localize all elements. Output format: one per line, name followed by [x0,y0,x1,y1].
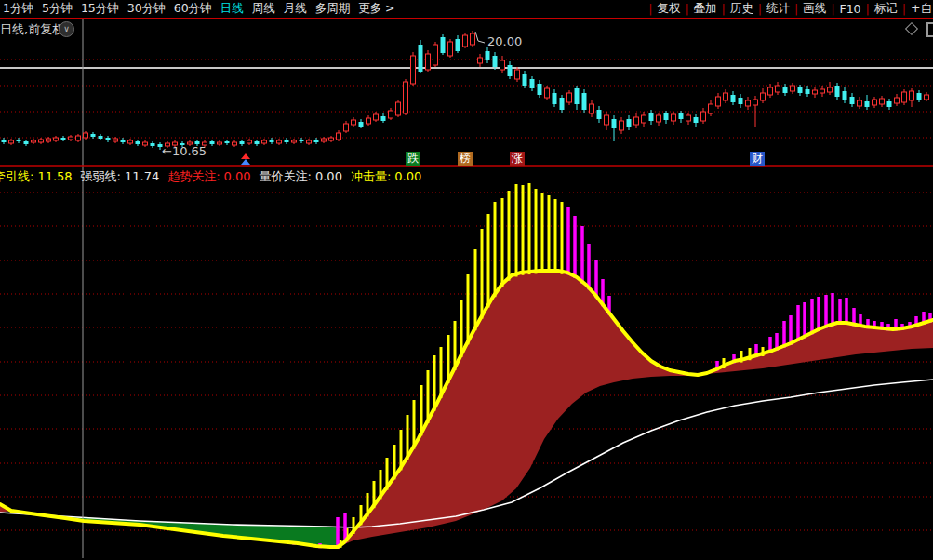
menu-separator: | [722,2,726,16]
top-menu-bar: 1分钟5分钟15分钟30分钟60分钟日线周线月线多周期更多 > |复权|叠加|历… [0,0,933,19]
price-annotation-1: ←10.65 [162,144,207,158]
menu-item-period-1[interactable]: 5分钟 [42,1,73,17]
indicator-value-4: 0.00 [394,169,421,183]
menu-item-tool-0[interactable]: 复权 [657,1,680,17]
menu-item-tool-3[interactable]: 统计 [766,1,790,17]
chart-canvas [0,0,933,560]
menu-separator: | [902,2,906,16]
menu-item-period-4[interactable]: 60分钟 [174,1,212,17]
menu-item-tool-6[interactable]: 标记 [874,1,898,17]
menu-item-tool-5[interactable]: F10 [839,2,860,16]
menu-item-tool-2[interactable]: 历史 [730,1,753,17]
menu-separator: | [794,2,798,16]
badge-0[interactable]: 跌 [406,152,420,166]
menu-separator: | [866,2,870,16]
menu-item-period-8[interactable]: 多周期 [315,1,351,17]
indicator-value-0: 11.58 [37,169,72,183]
indicator-value-3: 0.00 [315,169,342,183]
badge-2[interactable]: 涨 [510,152,525,166]
period-menu: 1分钟5分钟15分钟30分钟60分钟日线周线月线多周期更多 > [0,1,395,17]
menu-item-tool-4[interactable]: 画线 [803,1,826,17]
menu-item-period-5[interactable]: 日线 [220,1,244,17]
tools-menu: |复权|叠加|历史|统计|画线|F10|标记|+自 [644,1,933,17]
menu-item-period-3[interactable]: 30分钟 [127,1,166,17]
square-icon[interactable] [926,22,933,37]
menu-separator: | [758,2,762,16]
chevron-down-icon[interactable]: ∨ [59,21,74,37]
menu-separator: | [648,2,652,16]
badge-1[interactable]: 榜 [458,152,473,166]
indicator-label-0: 牵引线: [0,169,33,183]
menu-item-tool-1[interactable]: 叠加 [694,1,717,17]
menu-item-period-6[interactable]: 周线 [252,1,275,17]
price-annotation-0: 20.00 [487,34,522,48]
menu-separator: | [831,2,834,16]
indicator-label-1: 强弱线: [81,169,121,183]
menu-item-tool-7[interactable]: +自 [911,1,932,17]
menu-item-period-9[interactable]: 更多 > [358,1,394,17]
menu-item-period-7[interactable]: 月线 [284,1,307,17]
indicator-value-row: 牵引线:11.58强弱线:11.74趋势关注:0.00量价关注:0.00冲击量:… [0,168,430,182]
badge-3[interactable]: 财 [750,152,765,166]
indicator-value-1: 11.74 [125,169,159,183]
menu-item-period-2[interactable]: 15分钟 [81,1,119,17]
menu-item-period-0[interactable]: 1分钟 [3,1,33,17]
indicator-label-4: 冲击量: [351,169,391,183]
indicator-label-3: 量价关注: [260,169,312,183]
indicator-value-2: 0.00 [224,169,251,183]
menu-separator: | [685,2,688,16]
trading-app-window: 1分钟5分钟15分钟30分钟60分钟日线周线月线多周期更多 > |复权|叠加|历… [0,0,933,560]
indicator-label-2: 趋势关注: [167,169,220,183]
